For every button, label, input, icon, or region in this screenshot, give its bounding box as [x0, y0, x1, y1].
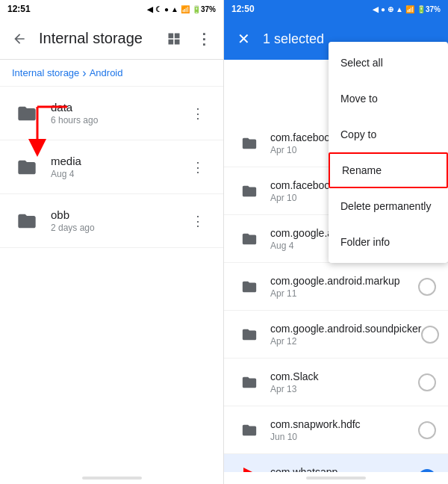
- right-status-icons: ◀ ● ⊕ ▲ 📶 🔋37%: [373, 5, 441, 13]
- file-more-button[interactable]: ⋮: [184, 100, 211, 127]
- breadcrumb: Internal storage › Android: [0, 60, 223, 87]
- toolbar-right-icons: ⋮: [161, 25, 217, 52]
- file-name: com.Slack: [270, 370, 418, 382]
- left-panel: 12:51 ◀ ☾ ● ▲ 📶 🔋37% Internal storage ⋮: [0, 0, 224, 484]
- file-date: 6 hours ago: [51, 115, 184, 125]
- folder-icon: [236, 369, 263, 396]
- file-name: media: [51, 155, 184, 167]
- left-time: 12:51: [7, 4, 31, 14]
- folder-icon: [12, 206, 42, 236]
- bottom-nav-indicator: [82, 477, 142, 480]
- right-panel: 12:50 ◀ ● ⊕ ▲ 📶 🔋37% ✕ 1 selected Select…: [224, 0, 448, 484]
- folder-icon: [236, 130, 263, 157]
- file-name: obb: [51, 208, 184, 221]
- file-info: com.snapwork.hdfc Jun 10: [263, 418, 418, 442]
- status-bar-left: 12:51 ◀ ☾ ● ▲ 📶 🔋37%: [0, 0, 223, 18]
- folder-icon: [236, 273, 263, 300]
- menu-item-move-to[interactable]: Move to: [329, 81, 448, 117]
- more-options-button[interactable]: ⋮: [190, 25, 217, 52]
- list-item[interactable]: com.Slack Apr 13: [224, 359, 448, 406]
- folder-icon: [236, 178, 263, 205]
- file-info: media Aug 4: [42, 155, 184, 179]
- file-info: com.Slack Apr 13: [263, 370, 418, 394]
- file-select-checkbox[interactable]: ✓: [418, 469, 436, 473]
- file-name: com.google.android.markup: [270, 275, 418, 287]
- folder-icon: [236, 417, 263, 444]
- bottom-nav-indicator: [306, 477, 366, 480]
- file-name: data: [51, 101, 184, 114]
- list-item[interactable]: data 6 hours ago ⋮: [0, 87, 223, 140]
- menu-item-rename[interactable]: Rename: [329, 152, 448, 188]
- file-more-button[interactable]: ⋮: [184, 154, 211, 181]
- breadcrumb-root[interactable]: Internal storage: [12, 67, 79, 78]
- list-item[interactable]: obb 2 days ago ⋮: [0, 194, 223, 248]
- file-date: 2 days ago: [51, 223, 184, 233]
- file-date: Apr 12: [270, 336, 421, 347]
- file-date: Apr 11: [270, 288, 418, 299]
- toolbar-left: Internal storage ⋮: [0, 18, 223, 60]
- list-item[interactable]: media Aug 4 ⋮: [0, 140, 223, 194]
- menu-item-folder-info[interactable]: Folder info: [329, 224, 448, 260]
- file-more-button[interactable]: ⋮: [184, 208, 211, 235]
- context-menu: Select all Move to Copy to Rename Delete…: [329, 42, 448, 263]
- grid-view-button[interactable]: [161, 25, 187, 52]
- folder-icon: [236, 465, 263, 473]
- file-name: com.snapwork.hdfc: [270, 418, 418, 430]
- file-select-checkbox[interactable]: [418, 373, 436, 391]
- file-name: com.whatsapp: [270, 466, 418, 473]
- file-info: obb 2 days ago: [42, 208, 184, 233]
- back-button[interactable]: [6, 25, 33, 52]
- list-item[interactable]: com.google.android.soundpicker Apr 12: [224, 311, 448, 359]
- menu-item-delete[interactable]: Delete permanently: [329, 188, 448, 224]
- list-item[interactable]: com.whatsapp Apr 11 ✓: [224, 454, 448, 472]
- file-list-left: data 6 hours ago ⋮ media Aug 4 ⋮: [0, 87, 223, 472]
- file-select-checkbox[interactable]: [421, 326, 439, 344]
- file-date: Aug 4: [51, 169, 184, 179]
- close-selection-button[interactable]: ✕: [230, 25, 257, 52]
- folder-icon: [236, 226, 263, 252]
- right-time: 12:50: [231, 4, 255, 14]
- menu-item-select-all[interactable]: Select all: [329, 45, 448, 81]
- folder-icon: [236, 321, 263, 348]
- breadcrumb-separator: ›: [82, 66, 86, 80]
- file-info: com.whatsapp Apr 11: [263, 466, 418, 473]
- list-item[interactable]: com.snapwork.hdfc Jun 10: [224, 406, 448, 454]
- file-date: Jun 10: [270, 432, 418, 442]
- folder-icon: [12, 99, 42, 128]
- file-select-checkbox[interactable]: [418, 421, 436, 439]
- folder-icon: [12, 152, 42, 182]
- list-item[interactable]: com.google.android.markup Apr 11: [224, 263, 448, 311]
- left-status-icons: ◀ ☾ ● ▲ 📶 🔋37%: [147, 5, 216, 13]
- status-bar-right: 12:50 ◀ ● ⊕ ▲ 📶 🔋37%: [224, 0, 448, 18]
- file-info: com.google.android.soundpicker Apr 12: [263, 323, 421, 347]
- file-date: Apr 13: [270, 384, 418, 394]
- file-name: com.google.android.soundpicker: [270, 323, 421, 335]
- menu-item-copy-to[interactable]: Copy to: [329, 117, 448, 152]
- file-info: data 6 hours ago: [42, 101, 184, 125]
- file-info: com.google.android.markup Apr 11: [263, 275, 418, 299]
- page-title: Internal storage: [39, 30, 155, 47]
- file-select-checkbox[interactable]: [418, 278, 436, 296]
- breadcrumb-current[interactable]: Android: [90, 67, 123, 78]
